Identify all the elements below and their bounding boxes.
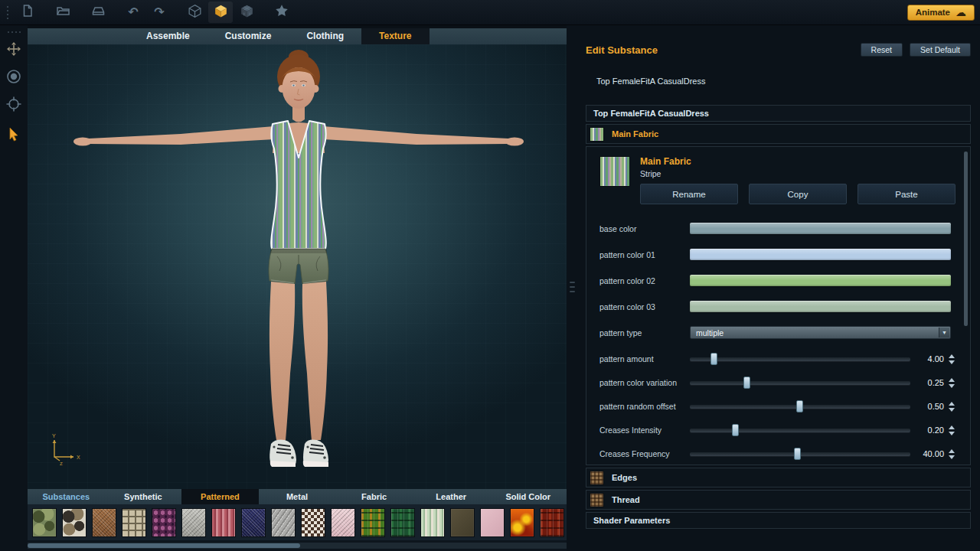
slider-handle[interactable]	[710, 353, 717, 365]
slider-handle[interactable]	[796, 400, 803, 412]
animate-label: Animate	[916, 8, 950, 17]
tab-substances[interactable]: Substances	[28, 489, 105, 504]
pattern-color-02-swatch[interactable]	[690, 275, 951, 286]
panel-resize-handle[interactable]	[570, 282, 575, 292]
cube-wireframe-button[interactable]	[182, 2, 207, 23]
animate-button[interactable]: Animate ☁	[907, 5, 975, 21]
slider-track[interactable]	[690, 400, 910, 412]
edges-accordion[interactable]: Edges	[586, 468, 971, 487]
library-scrollbar-track[interactable]	[28, 543, 567, 549]
sidebar-drag-handle[interactable]	[0, 31, 28, 33]
texture-swatch-tweed-brown[interactable]	[92, 508, 116, 537]
favorites-star-button[interactable]	[270, 2, 294, 23]
stepper-down-icon[interactable]	[949, 455, 955, 459]
chevron-down-icon[interactable]: ▼	[939, 328, 949, 337]
stepper-up-icon[interactable]	[949, 425, 955, 429]
main-fabric-accordion-label: Main Fabric	[612, 129, 658, 139]
tab-assemble[interactable]: Assemble	[129, 28, 207, 44]
texture-swatch-windowpane-beige[interactable]	[122, 508, 146, 537]
cube-textured-icon	[239, 3, 255, 22]
tab-fabric[interactable]: Fabric	[335, 489, 413, 504]
thread-accordion[interactable]: Thread	[586, 490, 971, 510]
cube-textured-button[interactable]	[234, 2, 259, 23]
pattern-color-01-swatch[interactable]	[690, 249, 951, 260]
panel-scrollbar-thumb[interactable]	[964, 152, 968, 326]
texture-swatch-weave-rose[interactable]	[480, 508, 505, 537]
shader-parameters-header[interactable]: Shader Parameters	[586, 512, 971, 529]
rename-button[interactable]: Rename	[640, 184, 738, 204]
texture-swatch-canvas-olive[interactable]	[450, 508, 475, 537]
pattern-type-dropdown[interactable]: multiple ▼	[690, 326, 951, 339]
save-button[interactable]	[86, 2, 110, 23]
pattern-color-03-swatch[interactable]	[690, 301, 951, 312]
texture-swatch-camo-snow[interactable]	[62, 508, 87, 537]
viewport-column: Assemble Customize Clothing Texture	[28, 25, 567, 551]
texture-swatch-camo-green[interactable]	[32, 508, 57, 537]
slider-stepper	[946, 354, 957, 364]
stepper-up-icon[interactable]	[949, 354, 955, 358]
tab-patterned[interactable]: Patterned	[181, 489, 259, 504]
slider-track[interactable]	[690, 377, 910, 389]
stepper-down-icon[interactable]	[949, 384, 955, 388]
main-fabric-accordion[interactable]: Main Fabric	[586, 124, 971, 144]
toolbar-drag-handle[interactable]	[2, 6, 13, 19]
slider-value: 0.20	[913, 425, 944, 435]
paste-button[interactable]: Paste	[858, 184, 956, 204]
reset-button[interactable]: Reset	[861, 43, 903, 57]
slider-track[interactable]	[690, 424, 910, 436]
slider-track[interactable]	[690, 448, 910, 460]
open-folder-button[interactable]	[51, 2, 75, 23]
slider-handle[interactable]	[794, 448, 801, 460]
texture-swatch-stripe-pale-green[interactable]	[420, 508, 445, 537]
slider-track[interactable]	[690, 353, 910, 365]
texture-swatch-tartan-green-orange[interactable]	[361, 508, 385, 537]
select-cursor-button[interactable]	[0, 125, 28, 148]
texture-swatch-herringbone-gray[interactable]	[271, 508, 296, 537]
texture-swatch-stripe-red[interactable]	[211, 508, 236, 537]
3d-viewport[interactable]: Y X Z	[28, 44, 567, 489]
character-model[interactable]	[28, 44, 567, 489]
texture-swatch-denim-navy[interactable]	[241, 508, 266, 537]
library-tab-bar: Substances Synthetic Patterned Metal Fab…	[28, 489, 567, 504]
tab-metal[interactable]: Metal	[259, 489, 336, 504]
substance-type-label: Stripe	[640, 169, 957, 178]
zoom-target-tool-button[interactable]	[0, 94, 28, 117]
base-color-swatch[interactable]	[690, 223, 951, 234]
copy-button[interactable]: Copy	[749, 184, 847, 204]
library-scrollbar-thumb[interactable]	[28, 543, 300, 548]
texture-swatch-tartan-dark-green[interactable]	[390, 508, 415, 537]
tab-clothing[interactable]: Clothing	[289, 28, 361, 44]
garment-section-header[interactable]: Top FemaleFitA CasualDress	[586, 105, 971, 122]
redo-button[interactable]: ↷	[147, 2, 172, 23]
substance-title: Main Fabric	[640, 156, 957, 167]
texture-swatch-houndstooth[interactable]	[301, 508, 325, 537]
stepper-up-icon[interactable]	[949, 402, 955, 406]
texture-swatch-lava-orange[interactable]	[510, 508, 534, 537]
zoom-target-tool-icon	[5, 96, 22, 116]
substance-preview-thumbnail[interactable]	[599, 156, 630, 187]
stepper-down-icon[interactable]	[949, 432, 955, 435]
set-default-button[interactable]: Set Default	[910, 43, 971, 57]
top-toolbar: ↶ ↷	[0, 0, 980, 25]
panel-title: Edit Substance	[586, 44, 658, 56]
tab-leather[interactable]: Leather	[413, 489, 490, 504]
stepper-down-icon[interactable]	[949, 360, 955, 364]
slider-handle[interactable]	[732, 424, 739, 436]
stepper-down-icon[interactable]	[949, 408, 955, 412]
tab-customize[interactable]: Customize	[207, 28, 289, 44]
tab-texture[interactable]: Texture	[361, 28, 429, 44]
cube-solid-button[interactable]	[208, 2, 233, 23]
orbit-tool-button[interactable]	[0, 67, 28, 90]
texture-swatch-damask-purple[interactable]	[152, 508, 176, 537]
slider-handle[interactable]	[743, 377, 750, 389]
tab-solid-color[interactable]: Solid Color	[489, 489, 567, 504]
tab-synthetic[interactable]: Synthetic	[105, 489, 182, 504]
texture-swatch-weave-pink[interactable]	[331, 508, 355, 537]
texture-swatch-plaid-dark-red[interactable]	[540, 508, 564, 537]
new-file-button[interactable]	[15, 2, 40, 23]
stepper-up-icon[interactable]	[949, 449, 955, 453]
stepper-up-icon[interactable]	[949, 378, 955, 382]
undo-button[interactable]: ↶	[121, 2, 145, 23]
texture-swatch-textured-white[interactable]	[181, 508, 206, 537]
pan-tool-button[interactable]	[0, 39, 28, 62]
